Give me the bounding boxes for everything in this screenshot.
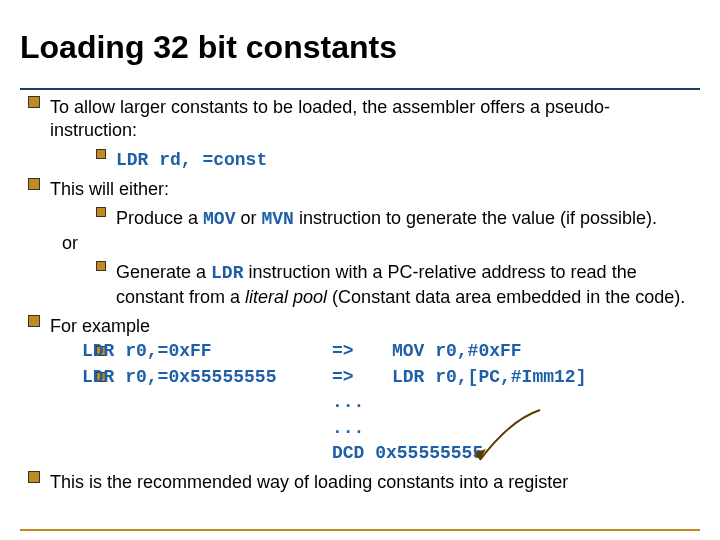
- square-bullet-icon: [28, 315, 40, 327]
- bullet-2-text: This will either:: [50, 178, 692, 201]
- square-bullet-icon: [96, 207, 106, 217]
- bullet-2a-text: Produce a MOV or MVN instruction to gene…: [116, 207, 692, 231]
- bullet-3-text: For example: [50, 315, 692, 338]
- code-mov: MOV: [203, 209, 235, 229]
- ex2-right: LDR r0,[PC,#Imm12]: [392, 366, 692, 389]
- bullet-2-sub-b: Generate a LDR instruction with a PC-rel…: [62, 261, 692, 309]
- square-bullet-icon: [96, 149, 106, 159]
- ex-dots: ...: [332, 391, 392, 414]
- ex2-left: LDR r0,=0x55555555: [82, 366, 332, 389]
- literal-pool: literal pool: [245, 287, 327, 307]
- square-bullet-icon: [28, 178, 40, 190]
- square-bullet-icon: [28, 471, 40, 483]
- table-row: ...: [62, 391, 692, 414]
- table-row: LDR r0,=0xFF => MOV r0,#0xFF: [62, 340, 692, 363]
- ex-dots: ...: [332, 417, 392, 440]
- table-row: ...: [62, 417, 692, 440]
- ex-arrow: =>: [332, 366, 392, 389]
- slide-body: To allow larger constants to be loaded, …: [28, 96, 692, 495]
- title-underline: [20, 88, 700, 90]
- bullet-1-sub: LDR rd, =const: [62, 149, 692, 172]
- ex-dcd: DCD 0x55555555: [332, 442, 692, 465]
- text: Produce a: [116, 208, 203, 228]
- bullet-4-text: This is the recommended way of loading c…: [50, 471, 692, 494]
- bullet-3: For example: [28, 315, 692, 338]
- footer-rule: [20, 529, 700, 531]
- page-title: Loading 32 bit constants: [0, 21, 720, 66]
- square-bullet-icon: [96, 261, 106, 271]
- text: instruction to generate the value (if po…: [294, 208, 657, 228]
- bullet-2: This will either:: [28, 178, 692, 201]
- text: or: [235, 208, 261, 228]
- ex1-left: LDR r0,=0xFF: [82, 340, 332, 363]
- bullet-2-or: or: [62, 232, 692, 255]
- bullet-2b-text: Generate a LDR instruction with a PC-rel…: [116, 261, 692, 309]
- bullet-1: To allow larger constants to be loaded, …: [28, 96, 692, 143]
- ex1-right: MOV r0,#0xFF: [392, 340, 692, 363]
- text: (Constant data area embedded in the code…: [327, 287, 685, 307]
- code-ldr: LDR: [211, 263, 243, 283]
- example-table: LDR r0,=0xFF => MOV r0,#0xFF LDR r0,=0x5…: [62, 340, 692, 465]
- ex-arrow: =>: [332, 340, 392, 363]
- bullet-2-sub-a: Produce a MOV or MVN instruction to gene…: [62, 207, 692, 231]
- square-bullet-icon: [28, 96, 40, 108]
- code-ldr-const: LDR rd, =const: [116, 149, 692, 172]
- table-row: DCD 0x55555555: [62, 442, 692, 465]
- bullet-1-text: To allow larger constants to be loaded, …: [50, 96, 692, 143]
- code-mvn: MVN: [261, 209, 293, 229]
- bullet-4: This is the recommended way of loading c…: [28, 471, 692, 494]
- table-row: LDR r0,=0x55555555 => LDR r0,[PC,#Imm12]: [62, 366, 692, 389]
- text: Generate a: [116, 262, 211, 282]
